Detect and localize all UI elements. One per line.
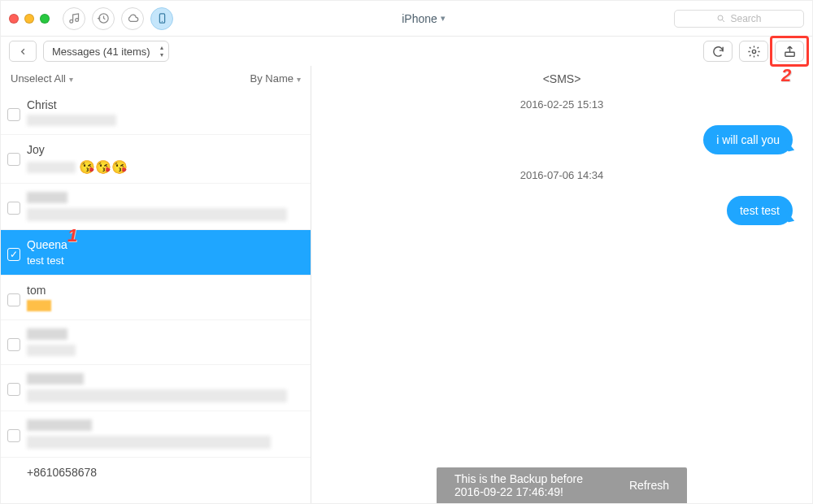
device-label: iPhone	[402, 12, 437, 25]
thread-row[interactable]	[1, 365, 311, 411]
thread-row[interactable]	[1, 411, 311, 458]
thread-row[interactable]: +8610658678	[1, 458, 311, 497]
thread-preview: test test	[27, 254, 301, 267]
settings-button[interactable]	[739, 41, 768, 62]
search-icon	[716, 14, 726, 24]
chevron-down-icon: ▾	[441, 13, 446, 24]
redacted-preview	[27, 300, 51, 311]
message-bubble[interactable]: test test	[727, 196, 793, 225]
search-input[interactable]: Search	[674, 10, 804, 28]
refresh-button[interactable]	[703, 41, 733, 62]
unselect-all-button[interactable]: Unselect All▾	[11, 72, 73, 85]
svg-point-4	[752, 50, 755, 53]
sort-selector[interactable]: By Name▾	[250, 72, 301, 85]
svg-point-2	[718, 15, 723, 20]
message-row-outgoing: i will call you	[331, 125, 793, 154]
backup-toast: This is the Backup before 2016-09-22 17:…	[437, 467, 687, 503]
redacted-preview	[27, 436, 271, 449]
thread-name: Christ	[27, 98, 301, 111]
cloud-tab-button[interactable]	[121, 7, 144, 30]
thread-checkbox[interactable]	[7, 338, 20, 351]
redacted-name	[27, 192, 67, 203]
redacted-preview	[27, 162, 76, 173]
category-selector[interactable]: Messages (41 items) ▴▾	[43, 41, 169, 62]
sub-toolbar: Messages (41 items) ▴▾ 2	[1, 37, 812, 66]
thread-row[interactable]: Joy 😘😘😘	[1, 135, 311, 184]
thread-checkbox[interactable]	[7, 248, 20, 261]
thread-name: Joy	[27, 143, 301, 156]
thread-checkbox[interactable]	[7, 383, 20, 396]
device-selector[interactable]: iPhone ▾	[180, 12, 667, 25]
category-label: Messages (41 items)	[52, 46, 150, 58]
toast-text: This is the Backup before 2016-09-22 17:…	[454, 472, 613, 498]
gear-icon	[747, 45, 761, 59]
thread-row[interactable]: Christ	[1, 90, 311, 135]
thread-row[interactable]	[1, 320, 311, 365]
svg-rect-5	[785, 52, 793, 56]
redacted-preview	[27, 115, 116, 126]
window-controls	[9, 14, 50, 24]
search-placeholder: Search	[730, 13, 761, 24]
titlebar: iPhone ▾ Search	[1, 1, 812, 37]
svg-point-1	[161, 21, 162, 22]
thread-row-selected[interactable]: 1 Queena test test	[1, 230, 311, 276]
thread-checkbox[interactable]	[7, 153, 20, 166]
conversation-body[interactable]: 2016-02-25 15:13 i will call you 2016-07…	[311, 89, 812, 503]
toast-refresh-link[interactable]: Refresh	[629, 479, 669, 492]
minimize-window-button[interactable]	[24, 14, 34, 24]
zoom-window-button[interactable]	[40, 14, 50, 24]
back-button[interactable]	[9, 41, 37, 62]
thread-list-header: Unselect All▾ By Name▾	[1, 66, 311, 90]
chevron-down-icon: ▾	[297, 75, 301, 84]
thread-list-pane: Unselect All▾ By Name▾ Christ	[1, 66, 311, 503]
conversation-title: <SMS>	[311, 66, 812, 89]
message-row-outgoing: test test	[331, 196, 793, 225]
export-icon	[783, 45, 797, 59]
device-tab-button[interactable]	[150, 7, 173, 30]
thread-name: tom	[27, 284, 301, 297]
redacted-name	[27, 419, 92, 431]
thread-name: +8610658678	[27, 466, 301, 479]
thread-row[interactable]: tom	[1, 276, 311, 320]
music-icon	[68, 12, 80, 24]
callout-number-1: 1	[67, 225, 77, 246]
cloud-icon	[127, 12, 139, 24]
app-window: iPhone ▾ Search Messages (41 items) ▴▾	[0, 0, 813, 504]
redacted-preview	[27, 389, 287, 402]
message-bubble[interactable]: i will call you	[703, 125, 793, 154]
redacted-preview	[27, 345, 76, 356]
stepper-icon: ▴▾	[160, 44, 163, 59]
export-button-wrap: 2	[775, 41, 804, 62]
history-icon	[98, 12, 110, 24]
thread-checkbox[interactable]	[7, 108, 20, 121]
close-window-button[interactable]	[9, 14, 19, 24]
redacted-preview	[27, 208, 287, 221]
thread-list[interactable]: Christ Joy 😘😘😘	[1, 90, 311, 503]
svg-line-3	[723, 20, 725, 22]
redacted-name	[27, 328, 67, 340]
music-tab-button[interactable]	[63, 7, 85, 30]
export-button[interactable]	[775, 41, 804, 62]
history-tab-button[interactable]	[92, 7, 115, 30]
chevron-down-icon: ▾	[69, 75, 73, 84]
thread-preview-emoji: 😘😘😘	[79, 159, 128, 175]
thread-checkbox[interactable]	[7, 429, 20, 442]
conversation-pane: <SMS> 2016-02-25 15:13 i will call you 2…	[311, 66, 812, 503]
redacted-name	[27, 373, 84, 385]
device-icon	[156, 12, 168, 24]
chevron-left-icon	[19, 47, 28, 56]
main-split: Unselect All▾ By Name▾ Christ	[1, 66, 812, 503]
message-timestamp: 2016-02-25 15:13	[331, 98, 793, 111]
refresh-icon	[711, 45, 725, 59]
thread-checkbox[interactable]	[7, 293, 20, 306]
thread-checkbox[interactable]	[7, 202, 20, 215]
message-timestamp: 2016-07-06 14:34	[331, 169, 793, 181]
thread-row[interactable]	[1, 184, 311, 230]
